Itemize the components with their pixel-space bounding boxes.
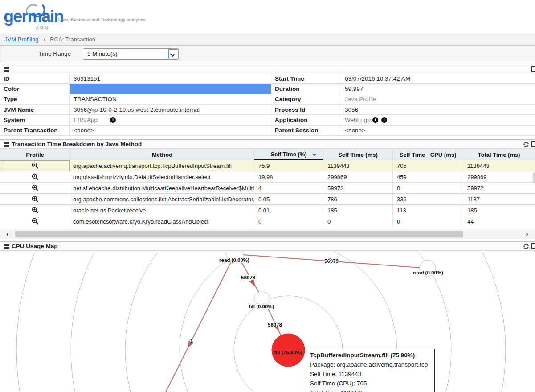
self-cpu-cell: 0: [393, 216, 463, 227]
self-cpu-cell: 705: [393, 160, 463, 171]
scrollbar-thumb[interactable]: [15, 231, 463, 237]
details-section-bar: [0, 65, 535, 74]
refresh-icon[interactable]: [523, 243, 529, 249]
transaction-details-table: ID 36313151 Start Time 03/07/2016 10:37:…: [0, 74, 535, 136]
scroll-left-icon[interactable]: ‹: [2, 229, 13, 239]
table-row[interactable]: com.esotericsoftware.kryo.Kryo.readClass…: [0, 216, 535, 227]
breakdown-section-title: Transaction Time Breakdown by Java Metho…: [12, 141, 142, 147]
column-header-profile[interactable]: Profile: [0, 149, 70, 160]
color-swatch: [70, 84, 271, 94]
node-tooltip: TcpBufferedInputStream.fill (75.90%) Pac…: [306, 349, 435, 392]
column-header-method[interactable]: Method: [70, 149, 254, 160]
breadcrumb: JVM Profiling › RCA: Transaction: [0, 34, 535, 45]
detail-label: Process Id: [271, 105, 341, 115]
detail-label: Color: [0, 84, 70, 94]
table-row[interactable]: org.apache.activemq.transport.tcp.TcpBuf…: [0, 160, 535, 172]
time-range-select[interactable]: 5 Minute(s): [83, 48, 179, 60]
total-ms-cell: 1139443: [463, 160, 535, 171]
self-pct-cell: 0.05: [254, 194, 323, 204]
zoom-in-icon[interactable]: [32, 207, 39, 214]
total-ms-cell: 44: [463, 216, 535, 227]
self-pct-cell: 19.98: [254, 172, 323, 182]
scroll-right-icon[interactable]: ›: [521, 229, 533, 239]
section-tool-icon[interactable]: [531, 66, 535, 72]
self-cpu-cell: 459: [393, 172, 463, 182]
breakdown-table-body: org.apache.activemq.transport.tcp.TcpBuf…: [0, 160, 535, 227]
self-pct-cell: 75.9: [254, 160, 323, 171]
column-header-self-time-cpu[interactable]: Self Time - CPU (ms): [393, 149, 463, 160]
column-header-self-time-pct[interactable]: Self Time (%): [254, 149, 323, 160]
logo-subtext: APM: [36, 26, 49, 31]
time-range-value: 5 Minute(s): [87, 49, 118, 59]
detail-label: ID: [0, 74, 70, 84]
self-ms-cell: 0: [323, 216, 393, 227]
self-ms-cell: 299869: [323, 172, 393, 182]
detail-value-color: [70, 84, 271, 94]
node-label: fill (75.90%): [274, 350, 302, 355]
zoom-in-icon[interactable]: [32, 196, 39, 203]
breadcrumb-current: RCA: Transaction: [50, 36, 95, 43]
detail-value-category: Java Profile: [341, 94, 535, 105]
zoom-in-icon[interactable]: [32, 184, 39, 192]
detail-label: Start Time: [271, 74, 341, 84]
self-ms-cell: 59972: [323, 183, 393, 193]
column-header-total-time[interactable]: Total Time (ms): [463, 149, 535, 160]
zoom-in-icon[interactable]: [32, 173, 39, 180]
method-cell: org.glassfish.grizzly.nio.DefaultSelecto…: [70, 172, 254, 182]
section-tool-icon[interactable]: [531, 243, 535, 249]
edge-count-label: 56979: [324, 258, 339, 264]
detail-label: Parent Transaction: [0, 126, 70, 136]
tagline: User, Business and Technology analytics: [58, 17, 146, 22]
horizontal-scrollbar[interactable]: ‹ ›: [0, 229, 535, 239]
zoom-in-icon[interactable]: [32, 218, 39, 225]
method-cell: net.sf.ehcache.distribution.MulticastKee…: [70, 183, 254, 193]
self-pct-cell: 0.01: [254, 205, 323, 216]
map-node-fill-middle[interactable]: [254, 292, 270, 305]
table-row[interactable]: org.apache.commons.collections.list.Abst…: [0, 194, 535, 205]
section-tool-icon[interactable]: [531, 141, 535, 147]
application-name: WebLogic: [345, 117, 372, 123]
table-vertical-scrollbar[interactable]: [533, 173, 535, 183]
cpu-map-canvas: read (0.00%) read (0.00%) fill (0.00%) f…: [0, 251, 535, 392]
total-ms-cell: 59972: [463, 183, 535, 193]
column-header-self-time-ms[interactable]: Self Time (ms): [323, 149, 393, 160]
detail-label: Type: [0, 94, 70, 105]
edge-count-label: 56978: [268, 322, 282, 327]
detail-label: JVM Name: [0, 105, 70, 115]
self-ms-cell: 185: [323, 205, 393, 216]
table-row[interactable]: oracle.net.ns.Packet.receive 0.01 185 11…: [0, 205, 535, 216]
section-menu-icon[interactable]: [4, 244, 9, 249]
table-row[interactable]: org.glassfish.grizzly.nio.DefaultSelecto…: [0, 172, 535, 183]
detail-value-parent-transaction: <none>: [70, 126, 271, 136]
breadcrumb-separator-icon: ›: [43, 36, 45, 43]
self-pct-cell: 0: [254, 216, 323, 227]
method-cell: oracle.net.ns.Packet.receive: [70, 205, 254, 216]
chevron-down-icon: [170, 52, 175, 57]
self-ms-cell: 1139443: [323, 160, 393, 171]
section-menu-icon[interactable]: [4, 142, 9, 147]
app-header: germain APM User, Business and Technolog…: [0, 0, 535, 34]
detail-value-duration: 59.997: [341, 84, 535, 94]
table-row[interactable]: net.sf.ehcache.distribution.MulticastKee…: [0, 183, 535, 194]
detail-value-start-time: 03/07/2016 10:37:42 AM: [341, 74, 535, 84]
method-cell: org.apache.commons.collections.list.Abst…: [70, 194, 254, 204]
cpu-map-section-title: CPU Usage Map: [12, 243, 58, 249]
breakdown-section-bar: Transaction Time Breakdown by Java Metho…: [0, 139, 535, 149]
tooltip-self-time: Self Time: 1139443: [310, 369, 430, 379]
detail-value-id: 36313151: [70, 74, 271, 84]
edge-count-label: 1: [190, 338, 193, 343]
self-cpu-cell: 113: [393, 205, 463, 216]
total-ms-cell: 185: [463, 205, 535, 216]
zoom-in-icon[interactable]: [32, 162, 39, 169]
self-pct-cell: 4: [254, 183, 323, 193]
breadcrumb-link-jvm-profiling[interactable]: JVM Profiling: [4, 36, 39, 43]
refresh-icon[interactable]: [523, 141, 529, 147]
time-range-dropdown-button[interactable]: [168, 49, 177, 58]
logo-text: germain: [4, 7, 63, 26]
tooltip-package: Package: org.apache.activemq.transport.t…: [310, 360, 430, 369]
info-icon[interactable]: i: [110, 117, 116, 123]
section-menu-icon[interactable]: [4, 67, 9, 72]
info-icon[interactable]: i: [372, 117, 378, 123]
time-range-bar: Time Range 5 Minute(s): [0, 45, 535, 62]
info-icon[interactable]: i: [381, 117, 387, 123]
